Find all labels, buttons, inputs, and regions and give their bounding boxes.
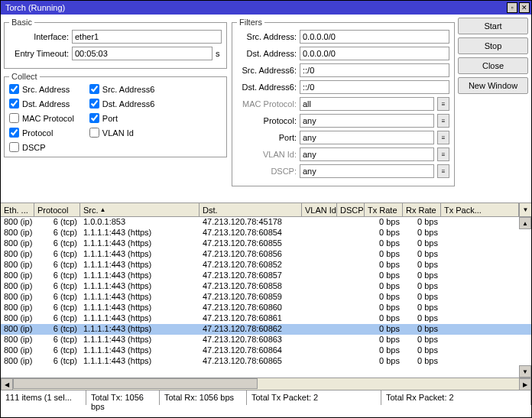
table-cell <box>337 238 365 249</box>
col-tx-rate[interactable]: Tx Rate <box>365 203 403 216</box>
dropdown-icon[interactable]: ≡ <box>437 131 449 144</box>
column-chooser-icon[interactable]: ▼ <box>519 203 531 216</box>
collect-vlan-id[interactable]: VLAN Id <box>89 128 154 138</box>
table-row[interactable]: 800 (ip)6 (tcp)1.1.1.1:443 (https)47.213… <box>1 303 531 313</box>
table-cell <box>337 292 365 303</box>
checkbox-label: Protocol <box>22 128 53 138</box>
table-cell: 47.213.120.78:60852 <box>200 260 302 271</box>
table-cell: 800 (ip) <box>1 249 34 260</box>
table-row[interactable]: 800 (ip)6 (tcp)1.1.1.1:443 (https)47.213… <box>1 345 531 356</box>
filter-input[interactable] <box>300 114 434 128</box>
table-row[interactable]: 800 (ip)6 (tcp)1.1.1.1:443 (https)47.213… <box>1 228 531 238</box>
collect-fieldset: Collect Src. AddressDst. AddressMAC Prot… <box>4 72 227 157</box>
table-cell: 0 bps <box>365 345 403 356</box>
scroll-right-icon[interactable]: ▶ <box>519 378 531 390</box>
dropdown-icon[interactable]: ≡ <box>437 97 449 111</box>
table-cell <box>302 313 337 324</box>
table-row[interactable]: 800 (ip)6 (tcp)1.1.1.1:443 (https)47.213… <box>1 356 531 367</box>
collect-dst-address[interactable]: Dst. Address <box>9 99 74 109</box>
checkbox-label: Src. Address6 <box>102 85 154 94</box>
table-cell: 0 bps <box>365 356 403 367</box>
filter-input[interactable] <box>300 47 449 60</box>
filter-input[interactable] <box>300 30 449 44</box>
new-window-button[interactable]: New Window <box>458 77 528 94</box>
collect-dst-address6[interactable]: Dst. Address6 <box>89 99 154 109</box>
timeout-input[interactable] <box>72 47 212 60</box>
col-tx-packet[interactable]: Tx Pack... <box>441 203 519 216</box>
filter-input[interactable] <box>300 147 434 161</box>
table-row[interactable]: 800 (ip)6 (tcp)1.1.1.1:443 (https)47.213… <box>1 292 531 303</box>
table-cell: 800 (ip) <box>1 271 34 281</box>
table-row[interactable]: 800 (ip)6 (tcp)1.1.1.1:443 (https)47.213… <box>1 271 531 281</box>
table-row[interactable]: 800 (ip)6 (tcp)1.1.1.1:443 (https)47.213… <box>1 238 531 249</box>
col-eth[interactable]: Eth. ... <box>1 203 34 216</box>
scroll-up-icon[interactable]: ▲ <box>519 217 531 229</box>
collect-port[interactable]: Port <box>89 113 154 123</box>
filter-input[interactable] <box>300 80 449 94</box>
table-cell: 1.0.0.1:853 <box>80 217 200 228</box>
table-cell <box>302 217 337 228</box>
collect-protocol[interactable]: Protocol <box>9 128 74 138</box>
table-cell: 47.213.120.78:60854 <box>200 228 302 238</box>
table-cell: 1.1.1.1:443 (https) <box>80 281 200 292</box>
table-cell: 0 bps <box>403 303 441 313</box>
table-row[interactable]: 800 (ip)6 (tcp)1.0.0.1:85347.213.120.78:… <box>1 217 531 228</box>
scroll-left-icon[interactable]: ◀ <box>1 378 13 390</box>
checkbox[interactable] <box>9 128 19 138</box>
collect-dscp[interactable]: DSCP <box>9 142 74 152</box>
col-src[interactable]: Src.▲ <box>80 203 200 216</box>
col-rx-rate[interactable]: Rx Rate <box>403 203 441 216</box>
filter-input[interactable] <box>300 97 434 111</box>
table-cell <box>302 356 337 367</box>
dropdown-icon[interactable]: ≡ <box>437 114 449 128</box>
table-row[interactable]: 800 (ip)6 (tcp)1.1.1.1:443 (https)47.213… <box>1 313 531 324</box>
minimize-icon[interactable]: ▫ <box>507 2 517 13</box>
collect-src-address[interactable]: Src. Address <box>9 84 74 94</box>
close-button[interactable]: Close <box>458 57 528 74</box>
checkbox[interactable] <box>89 99 99 109</box>
table-cell <box>337 249 365 260</box>
status-total-rx: Total Rx: 1056 bps <box>160 390 247 405</box>
col-dst[interactable]: Dst. <box>200 203 302 216</box>
table-cell: 1.1.1.1:443 (https) <box>80 324 200 335</box>
filter-label: Dst. Address6: <box>237 83 297 92</box>
stop-button[interactable]: Stop <box>458 37 528 54</box>
checkbox[interactable] <box>9 99 19 109</box>
close-icon[interactable]: ✕ <box>519 2 530 13</box>
table-cell: 0 bps <box>365 303 403 313</box>
scroll-down-icon[interactable]: ▼ <box>519 365 531 377</box>
checkbox-label: DSCP <box>22 143 46 152</box>
checkbox[interactable] <box>9 84 19 94</box>
filter-input[interactable] <box>300 131 434 144</box>
scroll-thumb[interactable] <box>13 378 258 389</box>
table-cell: 0 bps <box>365 324 403 335</box>
table-cell: 47.213.120.78:60856 <box>200 249 302 260</box>
checkbox[interactable] <box>9 142 19 152</box>
table-cell: 0 bps <box>403 217 441 228</box>
col-protocol[interactable]: Protocol <box>34 203 80 216</box>
filter-input[interactable] <box>300 164 434 178</box>
table-row[interactable]: 800 (ip)6 (tcp)1.1.1.1:443 (https)47.213… <box>1 335 531 345</box>
dropdown-icon[interactable]: ≡ <box>437 147 449 161</box>
table-row[interactable]: 800 (ip)6 (tcp)1.1.1.1:443 (https)47.213… <box>1 260 531 271</box>
checkbox[interactable] <box>89 113 99 123</box>
checkbox[interactable] <box>89 84 99 94</box>
interface-input[interactable] <box>72 30 222 44</box>
table-row[interactable]: 800 (ip)6 (tcp)1.1.1.1:443 (https)47.213… <box>1 324 531 335</box>
start-button[interactable]: Start <box>458 18 528 34</box>
table-body[interactable]: 800 (ip)6 (tcp)1.0.0.1:85347.213.120.78:… <box>1 217 531 377</box>
table-row[interactable]: 800 (ip)6 (tcp)1.1.1.1:443 (https)47.213… <box>1 281 531 292</box>
filter-input[interactable] <box>300 63 449 77</box>
dropdown-icon[interactable]: ≡ <box>437 164 449 178</box>
col-dscp[interactable]: DSCP <box>337 203 365 216</box>
col-vlan[interactable]: VLAN Id <box>302 203 337 216</box>
table-cell: 1.1.1.1:443 (https) <box>80 292 200 303</box>
table-row[interactable]: 800 (ip)6 (tcp)1.1.1.1:443 (https)47.213… <box>1 249 531 260</box>
checkbox[interactable] <box>9 113 19 123</box>
table-cell <box>337 356 365 367</box>
checkbox[interactable] <box>89 128 99 138</box>
horizontal-scrollbar[interactable]: ◀ ▶ <box>1 377 531 390</box>
collect-src-address6[interactable]: Src. Address6 <box>89 84 154 94</box>
table-cell: 800 (ip) <box>1 217 34 228</box>
collect-mac-protocol[interactable]: MAC Protocol <box>9 113 74 123</box>
